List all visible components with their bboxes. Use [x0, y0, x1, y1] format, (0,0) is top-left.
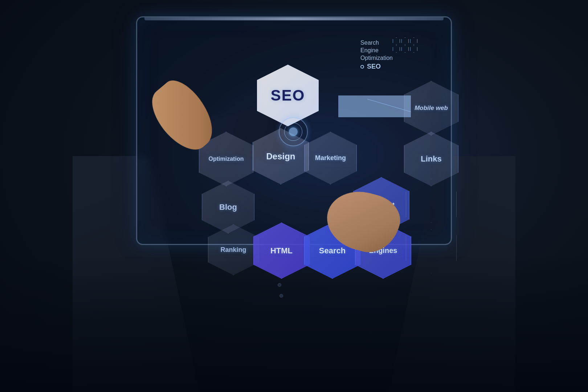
seo-label-engine: Engine: [360, 47, 393, 54]
seo-annotation: Search Engine Optimization SEO: [360, 39, 393, 71]
tablet-top-bar: [144, 17, 444, 20]
hex-blog: [202, 181, 254, 233]
touch-dot: [289, 127, 298, 136]
seo-label-search: Search: [360, 39, 393, 47]
honeycomb-icon: [393, 37, 418, 53]
hex-outline-1: [406, 179, 457, 230]
suit-button-2: [278, 283, 281, 287]
mini-hex-6: [410, 45, 417, 53]
mini-hex-5: [401, 45, 409, 53]
mini-hex-1: [393, 37, 400, 45]
seo-dot-indicator: [360, 65, 364, 69]
mini-hex-4: [393, 45, 400, 53]
mini-hex-2: [401, 37, 409, 45]
hex-marketing: [304, 132, 357, 184]
seo-label-seo-text: SEO: [367, 62, 381, 71]
hex-mobile-web: [404, 81, 458, 135]
suit-button-3: [279, 294, 283, 298]
hex-links: [404, 132, 458, 186]
person-lower-body: [0, 254, 588, 392]
mini-hex-3: [410, 37, 417, 45]
seo-label-seo-marker: SEO: [360, 62, 393, 71]
seo-label-optimization: Optimization: [360, 54, 393, 62]
touch-interaction-point: [279, 117, 308, 146]
connection-line-seo: [338, 95, 411, 117]
svg-line-0: [367, 99, 411, 112]
